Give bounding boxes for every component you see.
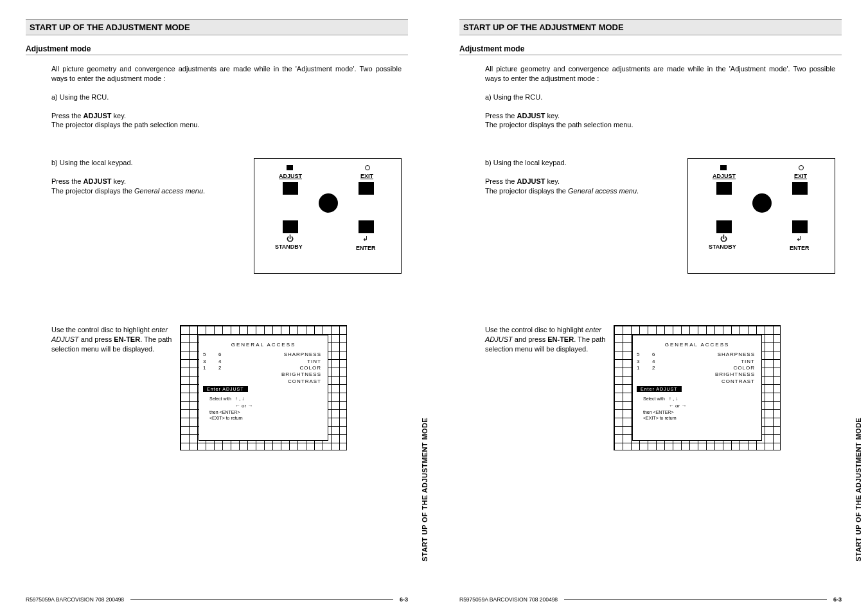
- press-prefix: Press the: [485, 112, 517, 120]
- osd-num: 2: [652, 365, 678, 371]
- osd-screen: GENERAL ACCESS 5 3 1 6 4 2: [180, 325, 347, 450]
- intro-paragraph: All picture geometry and convergence adj…: [51, 64, 402, 84]
- exit-button[interactable]: [792, 182, 808, 195]
- use-disc-2: and press: [513, 335, 547, 343]
- option-b: b) Using the local keypad.: [485, 158, 680, 168]
- footer-rule: [564, 600, 827, 600]
- osd-item: TINT: [244, 359, 321, 365]
- osd-item: BRIGHTNESS: [244, 371, 321, 378]
- osd-grid: GENERAL ACCESS 5 3 1 6 4 2: [614, 325, 781, 450]
- osd-highlight: Enter ADJUST: [637, 386, 682, 392]
- osd-num: 6: [218, 351, 244, 358]
- use-disc-2: and press: [79, 335, 114, 343]
- standby-button[interactable]: [283, 220, 298, 233]
- row-osd: Use the control disc to highlight enter …: [485, 325, 835, 450]
- enter-arrow-icon: ↲: [796, 235, 802, 243]
- footer-page-number: 6-3: [833, 596, 842, 603]
- adjust-key-bold: ADJUST: [84, 112, 112, 120]
- osd-inner: GENERAL ACCESS 5 3 1 6 4 2: [632, 335, 762, 441]
- arrows-ud-icon: ↑ , ↓: [669, 396, 678, 402]
- osd-then: then <ENTER>: [209, 410, 240, 414]
- osd-col-2: 6 4 2: [218, 351, 244, 385]
- keypad-diagram: ADJUST EXIT ⏻ ↲ STANDBY ENTER: [687, 158, 835, 274]
- osd-item: TINT: [678, 359, 755, 365]
- use-disc-paragraph: Use the control disc to highlight enter …: [51, 325, 172, 354]
- osd-inner: GENERAL ACCESS 5 3 1 6 4 2: [199, 335, 328, 441]
- general-prefix: The projector displays the: [485, 187, 568, 195]
- osd-num: 4: [652, 359, 678, 365]
- power-icon: ⏻: [287, 235, 294, 242]
- enter-label: ENTER: [356, 245, 376, 251]
- enter-button[interactable]: [359, 220, 374, 233]
- press-prefix-b: Press the: [485, 177, 517, 185]
- osd-item: CONTRAST: [678, 378, 755, 385]
- adjust-label: ADJUST: [713, 173, 736, 179]
- osd-footer: Select with ↑ , ↓ Select with ← or → the…: [637, 396, 757, 421]
- subsection-header: Adjustment mode: [26, 43, 408, 55]
- control-disc[interactable]: [319, 193, 338, 213]
- option-b-text: b) Using the local keypad. Press the ADJ…: [51, 158, 254, 205]
- osd-select: Select with: [209, 396, 231, 401]
- key-suffix-b: key.: [545, 177, 560, 185]
- adjust-key-bold: ADJUST: [517, 112, 545, 120]
- footer-page-number: 6-3: [400, 596, 408, 603]
- side-vertical-title: START UP OF THE ADJUSTMENT MODE: [855, 418, 862, 562]
- press-prefix-b: Press the: [51, 177, 84, 185]
- osd-num: 5: [637, 351, 652, 358]
- path-menu-line: The projector displays the path selectio…: [51, 121, 200, 129]
- osd-exit: <EXIT> to return: [209, 416, 243, 420]
- enter-arrow-icon: ↲: [362, 235, 368, 243]
- enter-bold: EN-TER: [547, 335, 574, 343]
- footer-doc-id: R5975059A BARCOVISION 708 200498: [26, 596, 124, 603]
- osd-col-2: 6 4 2: [652, 351, 678, 385]
- adjust-key-bold-b: ADJUST: [84, 177, 112, 185]
- enter-button[interactable]: [792, 220, 808, 233]
- arrows-lr-icon: ← or →: [669, 403, 687, 409]
- key-suffix: key.: [545, 112, 560, 120]
- body-block: All picture geometry and convergence adj…: [26, 64, 408, 450]
- keypad-diagram: ADJUST EXIT ⏻ ↲ STANDBY ENTER: [254, 158, 402, 274]
- osd-footer: Select with ↑ , ↓ Select with ← or → the…: [203, 396, 324, 421]
- general-access-italic: General access menu: [568, 187, 637, 195]
- general-access-italic: General access menu: [134, 187, 203, 195]
- adjust-button[interactable]: [716, 182, 732, 195]
- exit-indicator-icon: [799, 165, 804, 170]
- osd-title: GENERAL ACCESS: [637, 342, 757, 348]
- side-vertical-title: START UP OF THE ADJUSTMENT MODE: [421, 418, 429, 562]
- page-footer: R5975059A BARCOVISION 708 200498 6-3: [26, 596, 408, 603]
- exit-label: EXIT: [360, 173, 373, 179]
- osd-col-right: SHARPNESS TINT COLOR BRIGHTNESS CONTRAST: [244, 351, 324, 385]
- enter-label: ENTER: [790, 245, 810, 251]
- option-a: a) Using the RCU.: [485, 93, 835, 102]
- osd-num: 3: [203, 359, 218, 365]
- standby-button[interactable]: [716, 220, 732, 233]
- osd-title: GENERAL ACCESS: [203, 342, 324, 348]
- osd-num: 1: [203, 365, 218, 371]
- standby-label: STANDBY: [275, 244, 303, 250]
- osd-num: 3: [637, 359, 652, 365]
- osd-num: 2: [218, 365, 244, 371]
- adjust-button[interactable]: [283, 182, 298, 195]
- row-keypad: b) Using the local keypad. Press the ADJ…: [51, 158, 402, 274]
- osd-item: CONTRAST: [244, 378, 321, 385]
- press-adjust-paragraph: Press the ADJUST key. The projector disp…: [485, 111, 835, 130]
- exit-button[interactable]: [359, 182, 374, 195]
- press-adjust-b: Press the ADJUST key. The projector disp…: [51, 177, 246, 196]
- osd-item: SHARPNESS: [678, 351, 755, 358]
- osd-num: 5: [203, 351, 218, 358]
- use-disc-1: Use the control disc to highlight: [51, 326, 152, 333]
- osd-screen: GENERAL ACCESS 5 3 1 6 4 2: [614, 325, 781, 450]
- exit-label: EXIT: [794, 173, 807, 179]
- osd-highlight: Enter ADJUST: [203, 386, 248, 392]
- use-disc-paragraph: Use the control disc to highlight enter …: [485, 325, 606, 354]
- osd-col-1: 5 3 1: [637, 351, 652, 385]
- section-header: START UP OF THE ADJUSTMENT MODE: [26, 19, 408, 35]
- option-b: b) Using the local keypad.: [51, 158, 246, 168]
- standby-label: STANDBY: [709, 244, 736, 250]
- section-header: START UP OF THE ADJUSTMENT MODE: [459, 19, 842, 35]
- use-disc-text: Use the control disc to highlight enter …: [51, 325, 180, 363]
- control-disc[interactable]: [752, 193, 772, 213]
- period: .: [637, 187, 639, 195]
- use-disc-text: Use the control disc to highlight enter …: [485, 325, 614, 363]
- intro-paragraph: All picture geometry and convergence adj…: [485, 64, 835, 84]
